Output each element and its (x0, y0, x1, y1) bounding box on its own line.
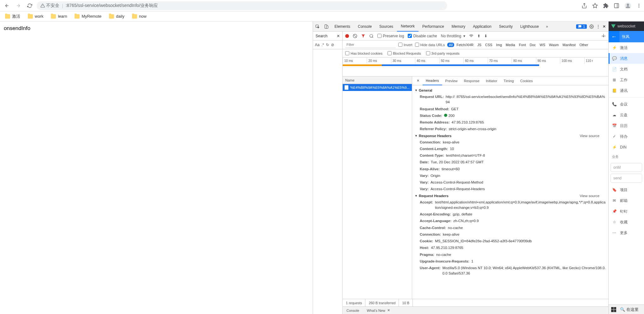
detail-tab-initiator[interactable]: Initiator (483, 76, 500, 85)
detail-tab-response[interactable]: Response (461, 76, 483, 85)
devtools-tab-application[interactable]: Application (469, 21, 495, 32)
upload-icon[interactable]: ⬆ (477, 34, 480, 38)
filter-type-wasm[interactable]: Wasm (547, 43, 560, 47)
filter-type-doc[interactable]: Doc (528, 43, 538, 47)
filter-icon[interactable] (361, 34, 365, 38)
side-item[interactable]: 💬消息 (609, 53, 644, 64)
bookmark-item[interactable]: 激活 (5, 14, 20, 19)
section-header[interactable]: ▼Response HeadersView source (412, 133, 608, 139)
bookmark-item[interactable]: work (28, 14, 43, 19)
device-icon[interactable] (322, 22, 331, 31)
drawer-whatsnew-tab[interactable]: What's New ✕ (363, 307, 394, 314)
filter-type-ws[interactable]: WS (538, 43, 547, 47)
devtools-tab-console[interactable]: Console (354, 21, 376, 32)
windows-icon[interactable] (611, 307, 616, 312)
side-item[interactable]: ✉邮箱 (609, 195, 644, 206)
search-clear-icon[interactable]: ⊘ (331, 43, 334, 47)
network-timeline[interactable]: 10 ms20 ms30 ms40 ms50 ms60 ms70 ms80 ms… (343, 57, 608, 76)
devtools-menu-icon[interactable]: ⋮ (596, 24, 600, 29)
filter-type-img[interactable]: Img (495, 43, 503, 47)
detail-tab-cookies[interactable]: Cookies (517, 76, 536, 85)
side-input[interactable]: send (611, 174, 642, 183)
filter-input[interactable] (345, 42, 396, 48)
record-button[interactable] (345, 34, 349, 38)
taskbar-search[interactable]: 🔍 在这里 (620, 307, 639, 312)
search-icon[interactable] (369, 34, 374, 38)
side-item[interactable]: ⋯更多 (609, 227, 644, 238)
filter-type-manifest[interactable]: Manifest (561, 43, 577, 47)
filter-type-js[interactable]: JS (476, 43, 483, 47)
clear-icon[interactable] (353, 34, 357, 38)
side-item[interactable]: 📅日历 (609, 120, 644, 131)
regex-toggle[interactable]: .* (322, 43, 324, 47)
side-item[interactable]: ⚡DIN (609, 142, 644, 153)
devtools-tab-elements[interactable]: Elements (331, 21, 354, 32)
devtools-tab-lighthouse[interactable]: Lighthouse (516, 21, 543, 32)
star-icon[interactable] (592, 3, 598, 9)
side-input[interactable]: onM (611, 163, 642, 172)
filter-type-media[interactable]: Media (504, 43, 517, 47)
section-header[interactable]: ▼Request HeadersView source (412, 193, 608, 199)
forward-button[interactable] (14, 1, 23, 10)
side-item[interactable]: ☆收藏 (609, 217, 644, 227)
side-item[interactable]: ✓待办 (609, 131, 644, 142)
side-item[interactable]: ⚡激活 (609, 42, 644, 53)
devtools-tab-network[interactable]: Network (397, 21, 418, 32)
invert-checkbox[interactable]: Invert (398, 43, 412, 47)
filter-type-css[interactable]: CSS (484, 43, 494, 47)
section-header[interactable]: ▼General (412, 87, 608, 94)
preserve-log-checkbox[interactable]: Preserve log (377, 34, 404, 38)
bookmark-item[interactable]: now (132, 14, 147, 19)
download-icon[interactable]: ⬇ (484, 34, 487, 38)
side-item[interactable]: ☁云盘 (609, 110, 644, 120)
search-close-icon[interactable]: ✕ (337, 34, 340, 38)
filter-type-all[interactable]: All (447, 43, 454, 47)
issues-badge[interactable]: 1 (576, 24, 587, 29)
profile-icon[interactable] (624, 2, 631, 9)
filter-type-font[interactable]: Font (517, 43, 527, 47)
devtools-close-icon[interactable]: ✕ (603, 24, 606, 29)
throttling-select[interactable]: No throttling ▾ (441, 34, 465, 38)
hide-data-urls-checkbox[interactable]: Hide data URLs (415, 43, 445, 47)
filter-type-other[interactable]: Other (578, 43, 590, 47)
devtools-tab-security[interactable]: Security (495, 21, 516, 32)
devtools-tab-sources[interactable]: Sources (376, 21, 397, 32)
disable-cache-checkbox[interactable]: Disable cache (408, 34, 437, 38)
back-button[interactable] (3, 1, 11, 10)
drawer-console-tab[interactable]: Console (343, 307, 363, 314)
view-source-link[interactable]: View source (580, 194, 606, 198)
share-icon[interactable] (581, 3, 587, 9)
third-party-checkbox[interactable]: 3rd-party requests (426, 51, 460, 55)
side-item[interactable]: 🔖项目 (609, 184, 644, 195)
detail-tab-headers[interactable]: Headers (423, 76, 442, 85)
side-item[interactable]: 📌钉钉 (609, 206, 644, 217)
detail-tab-preview[interactable]: Preview (442, 76, 461, 85)
filter-type-fetch-xhr[interactable]: Fetch/XHR (455, 43, 475, 47)
settings-icon[interactable] (589, 24, 594, 29)
side-item[interactable]: 📒通讯 (609, 85, 644, 96)
side-back-icon[interactable]: ← (609, 33, 619, 40)
url-bar[interactable]: 不安全 | :8765/ssl-service/websocket/sendIn… (37, 1, 447, 10)
bookmark-item[interactable]: MyRemote (75, 14, 101, 19)
side-item[interactable]: ⊞工作 (609, 75, 644, 85)
devtools-tab-memory[interactable]: Memory (448, 21, 469, 32)
side-item[interactable]: 📞会议 (609, 99, 644, 110)
more-tabs-icon[interactable]: » (543, 22, 551, 31)
wifi-icon[interactable] (469, 34, 473, 38)
side-item[interactable]: 📄文档 (609, 64, 644, 75)
extensions-icon[interactable] (603, 3, 609, 9)
devtools-tab-performance[interactable]: Performance (418, 21, 448, 32)
detail-tab-timing[interactable]: Timing (500, 76, 517, 85)
bookmark-item[interactable]: daily (109, 14, 124, 19)
blocked-cookies-checkbox[interactable]: Has blocked cookies (345, 51, 382, 55)
request-row[interactable]: %E4%B8%9A%E5%8A%A1%E5%9... (343, 84, 412, 91)
list-header-name[interactable]: Name (343, 76, 412, 84)
search-refresh-icon[interactable]: ↻ (326, 43, 329, 47)
detail-close-icon[interactable]: ✕ (413, 76, 423, 85)
view-source-link[interactable]: View source (580, 134, 606, 138)
side-user-bar[interactable]: ← 张凤 (609, 31, 644, 42)
panel-icon[interactable] (614, 3, 619, 9)
net-settings-icon[interactable] (601, 34, 606, 38)
bookmark-item[interactable]: learn (51, 14, 67, 19)
reload-button[interactable] (25, 1, 34, 10)
